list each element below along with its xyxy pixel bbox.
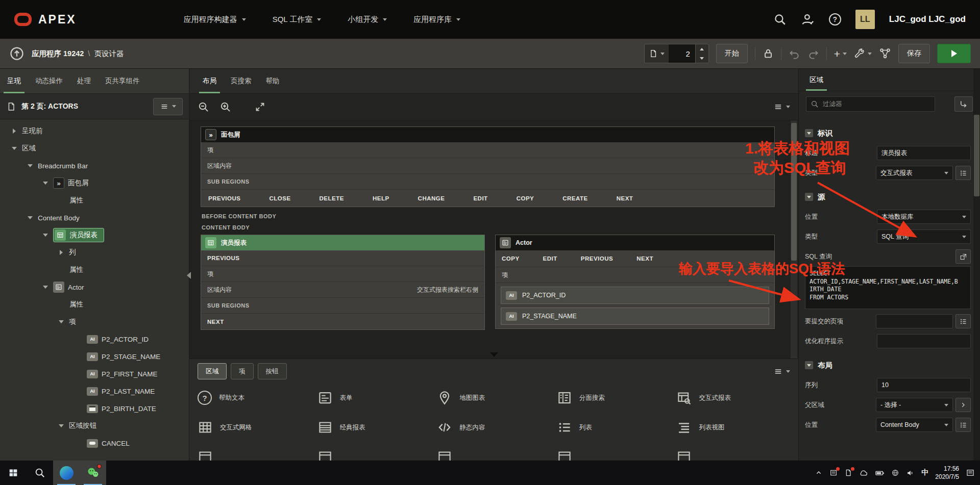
go-button[interactable]: 开始 bbox=[716, 44, 748, 63]
canvas-button-change[interactable]: CHANGE bbox=[418, 195, 445, 201]
region-row-content[interactable]: 区域内容 bbox=[201, 158, 774, 174]
canvas-button-previous[interactable]: PREVIOUS bbox=[208, 195, 240, 201]
help-icon[interactable]: ? bbox=[829, 13, 841, 25]
gallery-item-list[interactable]: 列表 bbox=[557, 417, 671, 438]
apex-logo[interactable]: APEX bbox=[14, 13, 77, 27]
parent-region-go-button[interactable] bbox=[955, 398, 971, 412]
tree-item-region-buttons[interactable]: 区域按钮 bbox=[0, 417, 189, 435]
tray-app-icon[interactable] bbox=[844, 469, 852, 477]
page-finder-button[interactable] bbox=[645, 44, 669, 63]
action-center-icon[interactable] bbox=[966, 468, 975, 477]
run-page-button[interactable] bbox=[937, 44, 971, 63]
tree-item-items[interactable]: 项 bbox=[0, 313, 189, 330]
chevron-down-icon[interactable] bbox=[57, 422, 65, 430]
tab-page-search[interactable]: 页搜索 bbox=[224, 69, 259, 93]
avatar[interactable]: LL bbox=[855, 10, 875, 29]
layout-menu-button[interactable] bbox=[774, 103, 790, 111]
tree-item-breadcrumb[interactable]: »面包屑 bbox=[0, 174, 189, 192]
collapse-toggle-icon[interactable] bbox=[805, 361, 813, 369]
lock-icon[interactable] bbox=[763, 48, 774, 59]
gallery-item-partial[interactable] bbox=[198, 447, 311, 461]
tree-item-regions[interactable]: 区域 bbox=[0, 140, 189, 157]
gallery-item-partial[interactable] bbox=[437, 447, 551, 461]
breadcrumb-app[interactable]: 应用程序 19242 bbox=[32, 49, 84, 58]
breadcrumb-region-header[interactable]: » 面包屑 bbox=[201, 127, 774, 142]
scrollbar-thumb[interactable] bbox=[791, 123, 797, 261]
tree-item-attributes[interactable]: 属性 bbox=[0, 296, 189, 313]
network-icon[interactable] bbox=[891, 469, 899, 477]
start-button[interactable] bbox=[0, 461, 27, 485]
canvas-button-edit[interactable]: EDIT bbox=[543, 256, 557, 262]
canvas-button-close[interactable]: CLOSE bbox=[269, 195, 290, 201]
nav-app-builder[interactable]: 应用程序构建器 bbox=[184, 15, 246, 24]
gallery-item-partial[interactable] bbox=[317, 447, 431, 461]
selected-tree-node[interactable]: 演员报表 bbox=[53, 228, 104, 242]
gallery-item-map-chart[interactable]: 地图图表 bbox=[437, 388, 551, 408]
canvas-button-previous[interactable]: PREVIOUS bbox=[207, 255, 239, 261]
scrollbar-thumb[interactable] bbox=[974, 115, 979, 196]
gallery-item-form[interactable]: 表单 bbox=[317, 388, 431, 408]
onedrive-cloud-icon[interactable] bbox=[859, 468, 868, 477]
canvas-button-delete[interactable]: DELETE bbox=[320, 195, 344, 201]
zoom-in-icon[interactable] bbox=[219, 101, 231, 113]
chevron-down-icon[interactable] bbox=[26, 162, 34, 170]
chevron-down-icon[interactable] bbox=[57, 318, 65, 326]
edge-icon[interactable] bbox=[53, 461, 80, 485]
chevron-down-icon[interactable] bbox=[41, 231, 50, 239]
gallery-item-faceted-search[interactable]: 分面搜索 bbox=[557, 388, 671, 408]
tray-expand-icon[interactable] bbox=[815, 469, 823, 477]
taskbar-search-icon[interactable] bbox=[27, 461, 53, 485]
tree-item-p2-actor-id[interactable]: AIP2_ACTOR_ID bbox=[0, 330, 189, 348]
tab-processing[interactable]: 处理 bbox=[70, 69, 98, 93]
chevron-down-icon[interactable] bbox=[26, 214, 34, 222]
property-panel-scrollbar[interactable] bbox=[973, 69, 980, 461]
gallery-tab-buttons[interactable]: 按钮 bbox=[258, 363, 287, 379]
page-number-input[interactable] bbox=[669, 44, 695, 63]
gallery-item-partial[interactable] bbox=[557, 447, 671, 461]
optimizer-hint-input[interactable] bbox=[877, 334, 971, 348]
page-items-lov-button[interactable] bbox=[955, 314, 971, 328]
battery-icon[interactable] bbox=[875, 468, 885, 478]
gallery-item-static-content[interactable]: 静态内容 bbox=[437, 417, 551, 438]
page-step-down[interactable] bbox=[696, 54, 708, 63]
source-type-select[interactable]: SQL 查询 bbox=[877, 229, 971, 244]
canvas-button-edit[interactable]: EDIT bbox=[473, 195, 487, 201]
wechat-icon[interactable] bbox=[80, 461, 106, 485]
tab-shared-components[interactable]: 页共享组件 bbox=[98, 69, 147, 93]
region-row-subregions[interactable]: SUB REGIONS bbox=[201, 174, 774, 190]
sequence-input[interactable] bbox=[877, 378, 971, 392]
canvas-button-copy[interactable]: COPY bbox=[517, 195, 534, 201]
create-menu-button[interactable]: + bbox=[834, 48, 847, 59]
region-type-select[interactable]: 交互式报表 bbox=[876, 166, 953, 180]
user-name[interactable]: LJC_god LJC_god bbox=[889, 14, 966, 24]
code-editor-button[interactable] bbox=[955, 249, 971, 264]
canvas-button-next[interactable]: NEXT bbox=[617, 195, 633, 201]
canvas-scrollbar[interactable] bbox=[791, 120, 797, 359]
actor-form-header[interactable]: Actor bbox=[496, 235, 774, 250]
admin-user-icon[interactable] bbox=[801, 13, 815, 27]
canvas-item-p2-actor-id[interactable]: AIP2_ACTOR_ID bbox=[501, 287, 769, 304]
input-method-indicator[interactable]: 中 bbox=[921, 468, 928, 477]
gallery-item-partial[interactable] bbox=[676, 447, 790, 461]
tab-rendering[interactable]: 呈现 bbox=[0, 69, 28, 93]
filter-input[interactable] bbox=[823, 100, 930, 108]
position-lov-button[interactable] bbox=[955, 418, 971, 432]
canvas-button-help[interactable]: HELP bbox=[373, 195, 389, 201]
save-button[interactable]: 保存 bbox=[898, 44, 930, 63]
tree-item-breadcrumb-bar[interactable]: Breadcrumb Bar bbox=[0, 157, 189, 174]
zoom-out-icon[interactable] bbox=[198, 101, 209, 113]
position-select[interactable]: Content Body bbox=[876, 418, 953, 432]
sql-query-editor[interactable]: SELECT ACTOR_ID,STAGE_NAME,FIRST_NAME,LA… bbox=[805, 266, 971, 309]
volume-icon[interactable] bbox=[906, 469, 915, 477]
undo-icon[interactable] bbox=[789, 48, 800, 60]
gallery-menu-button[interactable] bbox=[774, 367, 790, 376]
chevron-down-icon[interactable] bbox=[41, 179, 50, 187]
go-to-group-button[interactable] bbox=[954, 96, 973, 112]
tree-item-actor-report[interactable]: 演员报表 bbox=[0, 226, 189, 244]
tree-item-p2-birth-date[interactable]: P2_BIRTH_DATE bbox=[0, 400, 189, 417]
chevron-down-icon[interactable] bbox=[41, 283, 50, 291]
chevron-right-icon[interactable] bbox=[57, 248, 65, 257]
nav-sql-workshop[interactable]: SQL 工作室 bbox=[273, 15, 322, 24]
shared-components-icon[interactable] bbox=[879, 47, 891, 60]
tree-menu-button[interactable] bbox=[153, 98, 183, 115]
